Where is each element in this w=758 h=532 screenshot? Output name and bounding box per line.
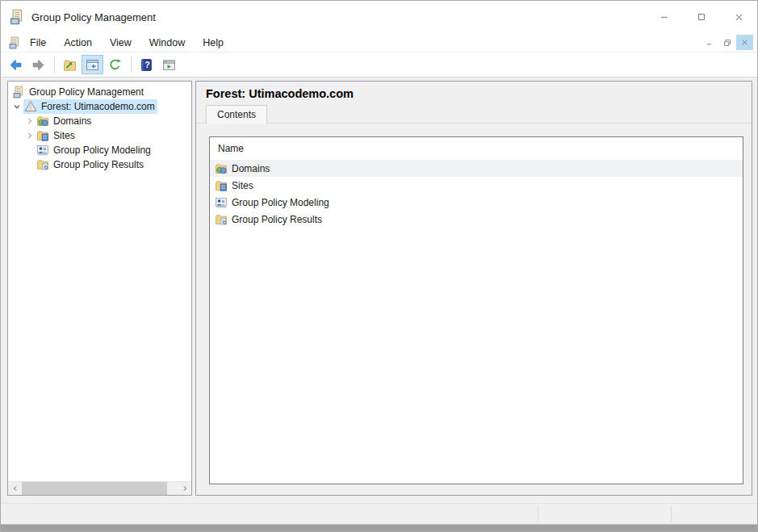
status-bar-divider <box>671 506 672 522</box>
list-item-domains[interactable]: Domains <box>210 160 743 177</box>
window-bottom-edge <box>1 524 757 531</box>
tree-item-group-policy-modeling[interactable]: Group Policy Modeling <box>8 143 191 157</box>
main-area: Group Policy Management Forest: Utimacod… <box>1 77 757 503</box>
toolbar: ? <box>1 52 757 77</box>
list-item-label: Sites <box>232 180 253 191</box>
list-item-label: Domains <box>232 163 270 174</box>
scroll-right-button[interactable] <box>178 482 191 495</box>
sites-icon <box>36 129 49 142</box>
status-bar-divider <box>538 506 538 522</box>
tree-item-domains[interactable]: Domains <box>8 114 191 128</box>
chevron-collapsed-icon[interactable] <box>23 115 36 128</box>
list-item-group-policy-modeling[interactable]: Group Policy Modeling <box>210 194 743 211</box>
close-icon <box>734 12 744 23</box>
horizontal-scrollbar[interactable] <box>8 481 191 495</box>
show-console-tree-icon <box>86 58 99 72</box>
contents-list: Name Domains Sites <box>209 136 743 484</box>
chevron-collapsed-icon[interactable] <box>23 129 36 142</box>
child-minimize-button[interactable] <box>701 35 718 50</box>
show-console-tree-button[interactable] <box>82 55 103 74</box>
list-item-sites[interactable]: Sites <box>210 177 743 194</box>
tree-item-forest[interactable]: Forest: Utimacodemo.com <box>8 99 191 114</box>
gp-modeling-icon <box>215 196 228 209</box>
menu-file[interactable]: File <box>21 35 55 51</box>
expander-placeholder <box>23 158 36 171</box>
scroll-left-icon <box>12 485 19 492</box>
tree-item-label: Sites <box>53 130 75 141</box>
up-one-level-button[interactable] <box>59 55 81 74</box>
selected-tree-item: Forest: Utimacodemo.com <box>23 99 157 114</box>
gp-modeling-icon <box>36 144 49 157</box>
toolbar-separator <box>54 57 55 73</box>
tree-item-label: Forest: Utimacodemo.com <box>41 101 155 112</box>
title-bar: Group Policy Management <box>1 1 757 33</box>
close-button[interactable] <box>720 1 757 33</box>
tree-item-group-policy-results[interactable]: Group Policy Results <box>8 157 191 172</box>
list-item-label: Group Policy Modeling <box>232 197 329 208</box>
menu-action[interactable]: Action <box>55 35 101 51</box>
child-window-controls <box>700 35 753 50</box>
child-restore-button[interactable] <box>718 35 735 50</box>
console-tree: Group Policy Management Forest: Utimacod… <box>8 82 191 172</box>
scroll-left-button[interactable] <box>8 482 22 495</box>
child-close-button[interactable] <box>736 35 753 50</box>
tab-strip: Contents <box>196 104 752 124</box>
child-restore-icon <box>722 38 732 48</box>
forward-button[interactable] <box>27 55 49 74</box>
svg-text:?: ? <box>144 60 149 69</box>
window-title: Group Policy Management <box>31 11 156 23</box>
new-window-button[interactable] <box>158 55 180 74</box>
minimize-button[interactable] <box>646 1 683 33</box>
group-policy-management-window: Group Policy Management File Action View… <box>0 0 758 532</box>
menu-window[interactable]: Window <box>140 35 194 51</box>
list-item-group-policy-results[interactable]: Group Policy Results <box>210 211 743 228</box>
expander-placeholder <box>23 144 36 157</box>
child-minimize-icon <box>706 39 714 47</box>
console-tree-panel: Group Policy Management Forest: Utimacod… <box>7 81 192 496</box>
scroll-right-icon <box>182 485 188 492</box>
help-icon: ? <box>140 58 153 72</box>
gp-results-icon <box>36 158 49 171</box>
scrollbar-thumb[interactable] <box>22 482 167 495</box>
back-button[interactable] <box>5 55 27 74</box>
name-column-header[interactable]: Name <box>210 137 743 160</box>
chevron-expanded-icon[interactable] <box>10 100 23 113</box>
menu-bar: File Action View Window Help <box>1 33 757 52</box>
status-bar <box>1 503 757 524</box>
console-child-window-icon <box>8 36 21 49</box>
tree-item-label: Domains <box>53 115 91 127</box>
maximize-button[interactable] <box>683 1 720 33</box>
tree-item-sites[interactable]: Sites <box>8 128 191 143</box>
tree-item-group-policy-management[interactable]: Group Policy Management <box>8 85 191 99</box>
menu-help[interactable]: Help <box>194 35 232 51</box>
back-icon <box>9 58 23 72</box>
menu-view[interactable]: View <box>101 35 140 51</box>
new-window-icon <box>162 58 176 72</box>
domains-icon <box>36 115 49 128</box>
refresh-button[interactable] <box>104 55 126 74</box>
gpmc-icon <box>12 86 25 98</box>
content-header: Forest: Utimacodemo.com <box>196 82 752 100</box>
up-one-level-icon <box>63 58 77 72</box>
maximize-icon <box>697 12 706 22</box>
tree-item-label: Group Policy Results <box>53 159 144 170</box>
child-close-icon <box>740 38 749 47</box>
gp-results-icon <box>215 213 228 226</box>
toolbar-separator <box>131 57 132 73</box>
gpmc-app-icon <box>9 9 25 25</box>
help-button[interactable]: ? <box>136 55 157 74</box>
tree-item-label: Group Policy Management <box>29 86 144 98</box>
sites-icon <box>215 179 228 192</box>
forward-icon <box>31 58 45 72</box>
refresh-icon <box>108 58 122 72</box>
domains-icon <box>215 162 228 175</box>
tree-item-label: Group Policy Modeling <box>53 145 151 156</box>
list-item-label: Group Policy Results <box>232 214 322 225</box>
forest-icon <box>24 100 37 113</box>
content-panel: Forest: Utimacodemo.com Contents Name Do… <box>195 81 752 496</box>
tab-contents[interactable]: Contents <box>206 105 267 124</box>
window-controls <box>646 1 757 33</box>
minimize-icon <box>660 12 669 22</box>
